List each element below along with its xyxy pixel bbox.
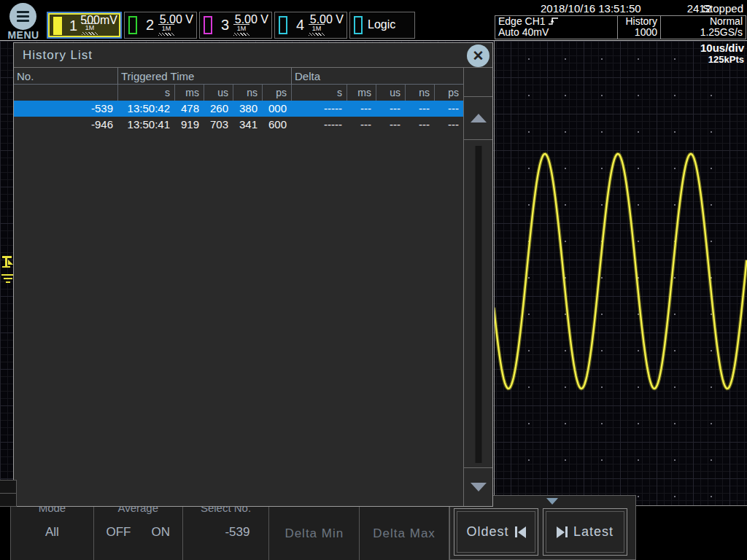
cell-delta-ns: --- (405, 101, 434, 117)
scrollbar-spacer (464, 68, 492, 97)
unit-ps: ps (262, 85, 291, 101)
channel-4-color-bar (279, 16, 287, 34)
channel-2-button[interactable]: 2 5.00 V 1M (124, 12, 197, 39)
channel-2-impedance-icon: 1M (158, 24, 174, 36)
unit-us: us (204, 85, 233, 101)
cell-time-us: 260 (204, 101, 233, 117)
dialog-scrollbar[interactable] (463, 68, 492, 506)
logic-button[interactable]: Logic (349, 12, 415, 39)
cell-delta-s: ----- (291, 117, 347, 133)
close-button[interactable]: ✕ (467, 44, 489, 67)
scrollbar-track[interactable] (464, 140, 492, 467)
cell-time-ms: 478 (174, 101, 204, 117)
run-state: Stopped (703, 2, 743, 15)
sample-rate: 1.25GS/s (664, 27, 743, 38)
channel-1-number: 1 (69, 18, 77, 34)
cell-no: -539 (14, 101, 117, 117)
channel-1-button[interactable]: 1 500mV 1M (47, 12, 122, 39)
scroll-down-button[interactable] (464, 467, 492, 506)
channel-1-impedance-icon: 1M (82, 23, 98, 35)
scroll-up-icon (471, 114, 487, 122)
channel-2-color-bar (128, 16, 137, 34)
softkey-delta-max[interactable]: Delta Max (360, 500, 449, 560)
softkey-delta-min[interactable]: Delta Min (269, 500, 360, 560)
cell-no: -946 (14, 117, 117, 133)
mode-value[interactable]: All (11, 525, 93, 540)
latest-button[interactable]: Latest (543, 508, 627, 556)
cell-time-ps: 000 (262, 101, 291, 117)
softkey-bar: Mode All Average OFF ON Select No. -539 … (10, 500, 449, 560)
unit-s: s (291, 85, 347, 101)
col-delta-header: Delta (291, 68, 463, 85)
channel-4-impedance-icon: 1M (309, 24, 325, 36)
skip-to-end-icon (557, 526, 568, 538)
record-length-value: 125kPts (700, 54, 744, 65)
channel-3-number: 3 (221, 17, 229, 34)
table-header-row: No. Triggered Time Delta (14, 68, 463, 85)
cell-time-ns: 380 (233, 101, 262, 117)
average-off-option[interactable]: OFF (106, 525, 131, 540)
acquire-status-box[interactable]: Normal 1.25GS/s (660, 15, 746, 39)
cell-time-ns: 341 (233, 117, 262, 133)
mini-step-boxes (0, 480, 17, 507)
logic-label: Logic (368, 18, 395, 31)
channel-1-color-bar (53, 17, 62, 35)
timebase-value: 10us/div (700, 42, 744, 54)
history-row[interactable]: -539 13:50:42 478 260 380 000 ----- --- … (14, 101, 463, 117)
history-table: No. Triggered Time Delta s ms us ns ps s… (14, 68, 463, 133)
rising-edge-icon (548, 16, 559, 26)
softkey-average[interactable]: Average OFF ON (94, 500, 183, 560)
timebase-readout: 10us/div 125kPts (700, 42, 744, 65)
cell-delta-ms: --- (347, 101, 376, 117)
channel-3-button[interactable]: 3 5.00 V 1M (199, 12, 272, 39)
scroll-up-button[interactable] (464, 97, 492, 140)
cell-delta-ms: --- (347, 117, 376, 133)
cell-delta-ps: --- (434, 117, 463, 133)
softkey-select-no[interactable]: Select No. -539 (183, 500, 270, 560)
unit-ms: ms (347, 85, 376, 101)
oldest-button[interactable]: Oldest (454, 508, 538, 556)
table-units-row: s ms us ns ps s ms us ns ps (14, 85, 463, 101)
softkey-mode[interactable]: Mode All (11, 500, 94, 560)
top-status-bar: MENU 1 500mV 1M 2 5.00 V 1M 3 (0, 0, 747, 40)
logic-color-bar (354, 16, 363, 34)
cell-delta-s: ----- (291, 101, 347, 117)
unit-s: s (117, 85, 174, 101)
cell-delta-ns: --- (405, 117, 434, 133)
channel-4-button[interactable]: 4 5.00 V 1M (274, 12, 347, 39)
oscilloscope-screen: 10us/div 125kPts Mode All Average OFF ON… (0, 0, 747, 560)
trigger-level: Auto 40mV (498, 27, 614, 38)
delta-min-label: Delta Min (269, 500, 359, 560)
history-label: History (621, 16, 657, 27)
scrollbar-groove (475, 146, 481, 463)
cell-time-s: 13:50:42 (117, 101, 174, 117)
unit-ps: ps (434, 85, 463, 101)
mini-step-box-top (0, 481, 16, 494)
jog-down-icon (546, 498, 558, 505)
col-triggered-header: Triggered Time (117, 68, 291, 85)
ch1-waveform-trace (494, 154, 747, 389)
delta-max-label: Delta Max (360, 500, 449, 560)
unit-ns: ns (405, 85, 434, 101)
latest-label: Latest (573, 524, 614, 540)
channel-3-impedance-icon: 1M (233, 24, 249, 36)
cell-delta-us: --- (376, 101, 405, 117)
skip-to-start-icon (515, 526, 526, 538)
trigger-status-box[interactable]: Edge CH1 Auto 40mV (495, 15, 618, 39)
history-row[interactable]: -946 13:50:41 919 703 341 600 ----- --- … (14, 117, 463, 133)
cell-time-s: 13:50:41 (117, 117, 174, 133)
channel-3-color-bar (204, 16, 212, 34)
dialog-title: History List (14, 43, 492, 68)
unit-us: us (376, 85, 405, 101)
unit-ns: ns (233, 85, 262, 101)
unit-ms: ms (174, 85, 204, 101)
cell-delta-us: --- (376, 117, 405, 133)
scroll-down-icon (471, 483, 487, 491)
trigger-type: Edge CH1 (498, 15, 546, 27)
select-no-value[interactable]: -539 (183, 525, 269, 540)
close-icon: ✕ (473, 47, 484, 64)
history-status-box[interactable]: History 1000 (617, 15, 661, 39)
status-boxes: Edge CH1 Auto 40mV History 1000 Normal 1… (495, 15, 746, 39)
average-on-option[interactable]: ON (151, 525, 170, 540)
menu-button[interactable] (9, 3, 36, 30)
